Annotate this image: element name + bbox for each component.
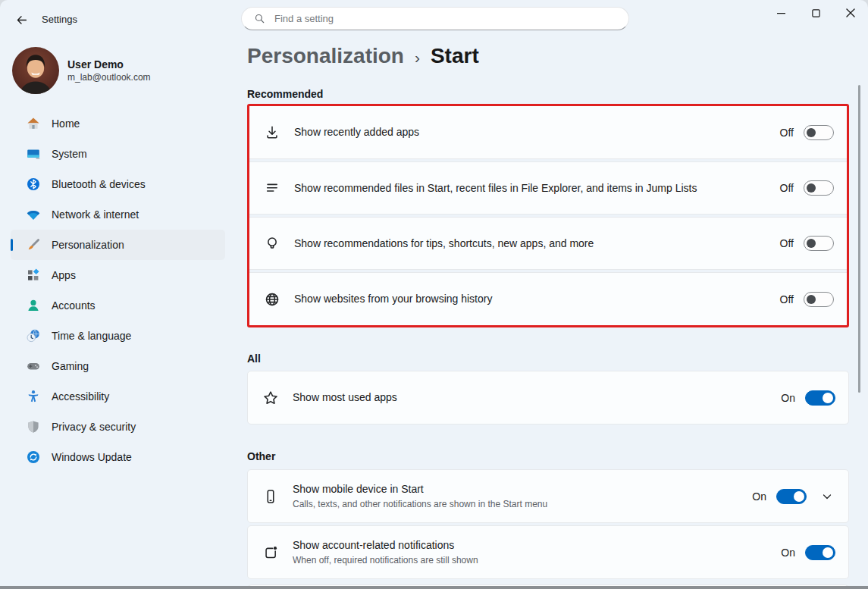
setting-label: Show websites from your browsing history [294,292,780,306]
vertical-scrollbar[interactable] [858,85,860,393]
breadcrumb-parent[interactable]: Personalization [247,42,404,70]
sidebar-item-bluetooth-devices[interactable]: Bluetooth & devices [11,169,225,199]
sidebar-item-label: Personalization [52,239,124,251]
sidebar-item-personalization[interactable]: Personalization [11,230,225,260]
section-title-other: Other [247,450,849,463]
toggle-knob [794,491,804,502]
sidebar-item-privacy-security[interactable]: Privacy & security [11,412,225,442]
setting-row-show-mobile-device-in[interactable]: Show mobile device in StartCalls, texts,… [247,469,849,523]
toggle-switch[interactable] [804,180,834,196]
settings-sections: RecommendedShow recently added appsOffSh… [247,87,849,579]
accounts-icon [26,298,41,313]
toggle-state-label: Off [780,182,794,194]
sidebar-item-apps[interactable]: Apps [11,260,225,290]
toggle-state-label: Off [780,237,794,249]
toggle-switch[interactable] [805,545,835,560]
lightbulb-icon [264,235,280,252]
selected-indicator [11,239,13,251]
setting-row-show-recently-added-apps[interactable]: Show recently added appsOff [249,106,847,159]
chevron-down-icon[interactable] [820,490,834,503]
toggle-state-label: On [752,490,766,503]
section-title-all: All [247,352,849,365]
setting-text: Show mobile device in StartCalls, texts,… [293,482,752,510]
apps-icon [26,268,41,283]
setting-label: Show recently added apps [294,125,780,139]
setting-label: Show recommended files in Start, recent … [294,181,780,196]
setting-text: Show recommended files in Start, recent … [294,181,780,196]
user-profile[interactable]: User Demo m_lab@outlook.com [12,47,224,94]
sidebar-item-network-internet[interactable]: Network & internet [11,199,225,230]
app-title: Settings [42,14,77,25]
setting-text: Show websites from your browsing history [294,292,780,306]
toggle-switch[interactable] [776,489,807,504]
accessibility-icon [26,389,41,404]
settings-window: Settings [0,0,868,589]
sidebar-item-label: Gaming [52,360,89,372]
toggle-switch[interactable] [804,125,834,140]
toggle-knob [807,239,816,248]
setting-row-show-most-used-apps[interactable]: Show most used appsOn [247,371,849,425]
sidebar-item-windows-update[interactable]: Windows Update [11,442,225,472]
sidebar-item-home[interactable]: Home [11,108,225,139]
avatar [12,47,59,94]
sidebar-item-label: Accounts [52,299,96,312]
system-icon [26,146,41,161]
toggle-state-label: Off [780,127,794,139]
setting-row-show-websites-from-your[interactable]: Show websites from your browsing history… [249,272,847,325]
sidebar-item-label: Time & language [52,330,131,342]
setting-label: Show most used apps [293,390,781,405]
back-button[interactable] [11,10,32,30]
sidebar-item-time-language[interactable]: Time & language [11,321,225,351]
toggle-knob [807,183,816,193]
sidebar-item-label: System [52,148,87,160]
sidebar-item-accessibility[interactable]: Accessibility [11,381,225,412]
sidebar-item-label: Accessibility [52,390,109,403]
gaming-icon [26,359,41,374]
toggle-switch[interactable] [805,390,835,406]
star-icon [262,390,279,406]
setting-text: Show recommendations for tips, shortcuts… [294,237,780,251]
sidebar-item-label: Network & internet [52,208,139,221]
setting-row-show-recommended-files-in[interactable]: Show recommended files in Start, recent … [249,161,847,215]
account-notifications-icon [262,544,279,561]
setting-row-show-account-related-notifications[interactable]: Show account-related notificationsWhen o… [247,525,849,579]
sidebar-item-label: Privacy & security [52,421,136,433]
mobile-device-icon [262,488,279,505]
toggle-state-label: On [781,392,795,404]
globe-icon [264,291,280,308]
setting-label: Show mobile device in Start [293,482,752,497]
highlighted-settings-group: Show recently added appsOffShow recommen… [247,104,849,327]
section-title-recommended: Recommended [247,87,849,101]
main-content: Personalization › Start RecommendedShow … [247,0,849,589]
setting-label: Show recommendations for tips, shortcuts… [294,237,780,251]
toggle-state-label: Off [780,293,794,305]
setting-sublabel: Calls, texts, and other notifications ar… [293,498,752,510]
user-name: User Demo [67,58,151,71]
setting-text: Show most used apps [293,390,781,405]
back-arrow-icon [15,14,28,27]
sidebar-item-accounts[interactable]: Accounts [11,290,225,321]
sidebar-item-system[interactable]: System [11,139,225,169]
breadcrumb-separator-icon: › [415,44,420,71]
recommended-files-icon [264,180,280,196]
setting-text: Show account-related notificationsWhen o… [293,538,781,566]
settings-group: Show most used appsOn [247,371,849,425]
sidebar-item-label: Apps [52,269,76,281]
settings-group: Show mobile device in StartCalls, texts,… [247,469,849,579]
sidebar-item-gaming[interactable]: Gaming [11,351,225,381]
setting-label: Show account-related notifications [293,538,781,553]
toggle-switch[interactable] [804,292,834,307]
breadcrumb: Personalization › Start [247,42,849,71]
user-email: m_lab@outlook.com [67,71,151,83]
home-icon [26,116,41,131]
bluetooth-icon [26,177,41,192]
network-icon [26,207,41,222]
window-bottom-edge [0,586,868,589]
toggle-switch[interactable] [804,236,834,251]
windows-update-icon [26,450,41,465]
sidebar-nav: HomeSystemBluetooth & devicesNetwork & i… [11,108,225,472]
sidebar-item-label: Windows Update [52,451,132,463]
toggle-knob [807,295,816,304]
toggle-knob [823,547,833,558]
setting-row-show-recommendations-for-tips[interactable]: Show recommendations for tips, shortcuts… [249,217,847,270]
